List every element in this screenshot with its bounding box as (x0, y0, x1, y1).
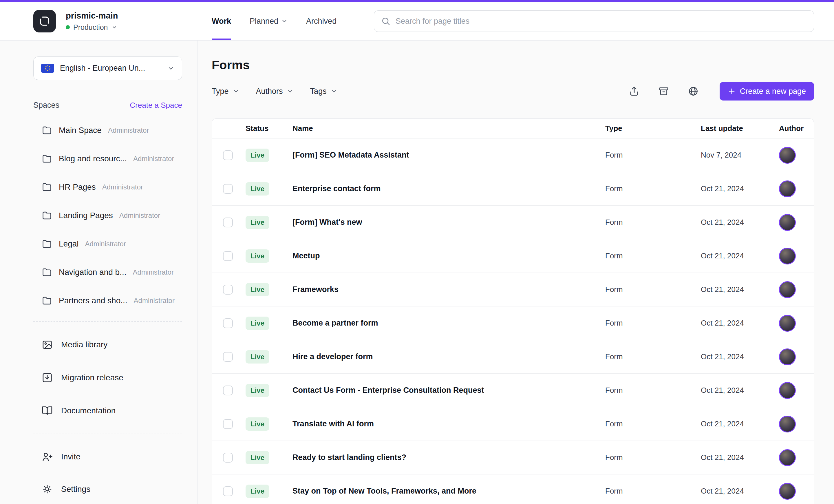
space-name: Legal (59, 239, 79, 248)
row-author-cell (770, 214, 814, 231)
row-checkbox[interactable] (223, 218, 233, 227)
row-checkbox[interactable] (223, 150, 233, 160)
filter-authors[interactable]: Authors (256, 87, 293, 96)
sidebar-space-item[interactable]: Legal Administrator (33, 230, 182, 258)
table-header-row: Status Name Type Last update Author (212, 119, 814, 138)
row-checkbox[interactable] (223, 285, 233, 294)
author-avatar[interactable] (779, 483, 796, 500)
page-name[interactable]: Hire a developer form (290, 352, 596, 361)
author-avatar[interactable] (779, 214, 796, 231)
row-author-cell (770, 382, 814, 399)
table-row[interactable]: Live [Form] What's new Form Oct 21, 2024 (212, 206, 814, 239)
status-badge: Live (246, 249, 269, 263)
page-name[interactable]: Translate with AI form (290, 419, 596, 429)
table-row[interactable]: Live Contact Us Form - Enterprise Consul… (212, 374, 814, 407)
author-avatar[interactable] (779, 348, 796, 365)
environment-selector[interactable]: Production (66, 23, 118, 31)
author-avatar[interactable] (779, 147, 796, 163)
row-checkbox[interactable] (223, 251, 233, 261)
language-selector[interactable]: English - European Un... (33, 57, 182, 80)
page-name[interactable]: Become a partner form (290, 319, 596, 328)
sidebar-item-migration-release[interactable]: Migration release (33, 361, 182, 394)
space-name: Blog and resourc... (59, 154, 127, 163)
space-name: Navigation and b... (59, 268, 127, 277)
sidebar-space-item[interactable]: Main Space Administrator (33, 116, 182, 145)
row-checkbox[interactable] (223, 352, 233, 362)
search-icon (381, 17, 390, 26)
chevron-down-icon (331, 88, 337, 94)
filter-type[interactable]: Type (212, 87, 239, 96)
row-status-cell: Live (244, 316, 290, 330)
sidebar-item-label: Invite (61, 452, 81, 461)
sidebar-item-label: Media library (61, 340, 107, 349)
table-row[interactable]: Live Meetup Form Oct 21, 2024 (212, 239, 814, 273)
table-row[interactable]: Live Translate with AI form Form Oct 21,… (212, 407, 814, 441)
sidebar-item-invite[interactable]: Invite (33, 441, 182, 473)
sidebar-space-item[interactable]: Partners and sho... Administrator (33, 286, 182, 315)
create-new-page-button[interactable]: Create a new page (720, 82, 814, 101)
row-author-cell (770, 248, 814, 264)
filter-tags-label: Tags (310, 87, 327, 96)
sidebar-space-item[interactable]: Navigation and b... Administrator (33, 258, 182, 286)
tab-archived[interactable]: Archived (306, 2, 336, 40)
table-row[interactable]: Live Frameworks Form Oct 21, 2024 (212, 273, 814, 306)
upload-button[interactable] (627, 84, 641, 98)
search-bar[interactable] (374, 10, 814, 32)
space-role: Administrator (102, 183, 143, 191)
table-row[interactable]: Live Enterprise contact form Form Oct 21… (212, 172, 814, 206)
page-name[interactable]: Contact Us Form - Enterprise Consultatio… (290, 386, 596, 395)
sidebar-space-item[interactable]: HR Pages Administrator (33, 173, 182, 201)
author-avatar[interactable] (779, 416, 796, 433)
row-checkbox[interactable] (223, 486, 233, 496)
page-type: Form (596, 184, 692, 193)
space-role: Administrator (133, 155, 174, 163)
page-name[interactable]: Frameworks (290, 285, 596, 294)
table-row[interactable]: Live Ready to start landing clients? For… (212, 441, 814, 475)
sidebar-space-item[interactable]: Blog and resourc... Administrator (33, 145, 182, 173)
page-name[interactable]: Enterprise contact form (290, 184, 596, 193)
tab-work[interactable]: Work (212, 2, 231, 40)
filter-type-label: Type (212, 87, 229, 96)
author-avatar[interactable] (779, 281, 796, 298)
search-input[interactable] (396, 17, 807, 26)
row-checkbox[interactable] (223, 386, 233, 395)
author-avatar[interactable] (779, 180, 796, 197)
table-row[interactable]: Live Hire a developer form Form Oct 21, … (212, 340, 814, 374)
sidebar-item-settings[interactable]: Settings (33, 473, 182, 504)
page-type: Form (596, 285, 692, 294)
row-checkbox[interactable] (223, 419, 233, 429)
sidebar-space-item[interactable]: Landing Pages Administrator (33, 201, 182, 230)
author-avatar[interactable] (779, 248, 796, 264)
author-avatar[interactable] (779, 449, 796, 466)
page-type: Form (596, 218, 692, 227)
row-checkbox[interactable] (223, 453, 233, 463)
page-name[interactable]: [Form] SEO Metadata Assistant (290, 151, 596, 160)
workspace-brand[interactable]: prismic-main Production (33, 2, 198, 40)
row-checkbox[interactable] (223, 184, 233, 194)
folder-icon (41, 238, 52, 249)
row-checkbox-cell (212, 251, 244, 261)
table-row[interactable]: Live Become a partner form Form Oct 21, … (212, 306, 814, 340)
globe-icon (688, 86, 699, 97)
create-space-link[interactable]: Create a Space (130, 101, 182, 110)
row-checkbox[interactable] (223, 318, 233, 328)
status-badge: Live (246, 451, 269, 464)
table-row[interactable]: Live [Form] SEO Metadata Assistant Form … (212, 138, 814, 172)
page-name[interactable]: [Form] What's new (290, 218, 596, 227)
row-status-cell: Live (244, 350, 290, 364)
author-avatar[interactable] (779, 382, 796, 399)
sidebar-item-documentation[interactable]: Documentation (33, 394, 182, 427)
table-row[interactable]: Live Stay on Top of New Tools, Framework… (212, 475, 814, 504)
filter-tags[interactable]: Tags (310, 87, 337, 96)
row-author-cell (770, 147, 814, 163)
page-name[interactable]: Ready to start landing clients? (290, 453, 596, 462)
globe-button[interactable] (686, 84, 701, 98)
page-name[interactable]: Stay on Top of New Tools, Frameworks, an… (290, 487, 596, 496)
tab-planned[interactable]: Planned (249, 2, 288, 40)
page-name[interactable]: Meetup (290, 251, 596, 260)
sidebar-item-media-library[interactable]: Media library (33, 328, 182, 361)
row-checkbox-cell (212, 352, 244, 362)
folder-icon (41, 125, 52, 136)
author-avatar[interactable] (779, 315, 796, 332)
archive-button[interactable] (657, 84, 671, 98)
